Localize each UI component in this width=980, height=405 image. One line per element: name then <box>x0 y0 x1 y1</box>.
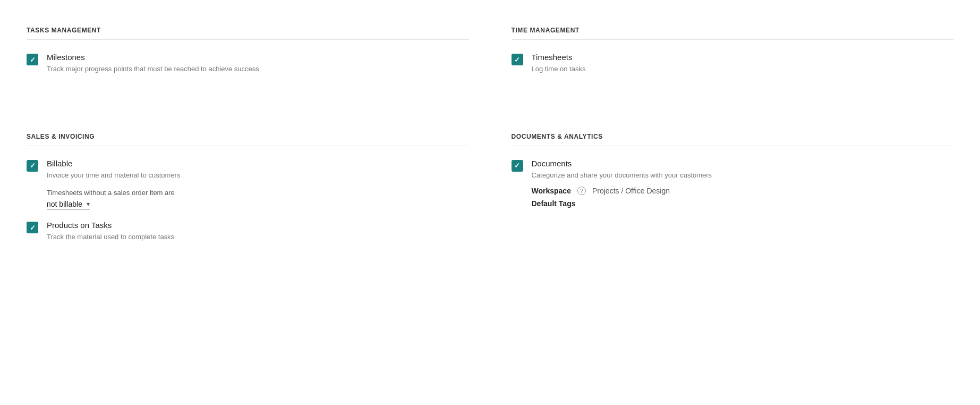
billable-item: Billable Invoice your time and material … <box>27 159 469 210</box>
billable-content: Billable Invoice your time and material … <box>47 159 469 210</box>
tasks-management-header: TASKS MANAGEMENT <box>27 27 469 40</box>
documents-description: Categorize and share your documents with… <box>532 170 954 181</box>
billable-title: Billable <box>47 159 469 168</box>
documents-analytics-header: DOCUMENTS & ANALYTICS <box>512 133 954 146</box>
workspace-value: Projects / Office Design <box>592 187 670 195</box>
milestones-item: Milestones Track major progress points t… <box>27 53 469 74</box>
billable-description: Invoice your time and material to custom… <box>47 170 469 181</box>
workspace-row: Workspace ? Projects / Office Design <box>532 187 954 195</box>
tasks-management-section: TASKS MANAGEMENT Milestones Track major … <box>21 16 490 101</box>
timesheets-title: Timesheets <box>532 53 954 62</box>
default-tags-row: Default Tags <box>532 199 954 208</box>
time-management-section: TIME MANAGEMENT Timesheets Log time on t… <box>490 16 959 101</box>
sales-invoicing-section: SALES & INVOICING Billable Invoice your … <box>21 122 490 269</box>
milestones-content: Milestones Track major progress points t… <box>47 53 469 74</box>
billable-option: Timesheets without a sales order item ar… <box>47 189 469 210</box>
products-on-tasks-description: Track the material used to complete task… <box>47 232 469 242</box>
time-management-header: TIME MANAGEMENT <box>512 27 954 40</box>
documents-item: Documents Categorize and share your docu… <box>512 159 954 208</box>
products-on-tasks-checkbox[interactable] <box>27 222 38 233</box>
timesheets-checkbox[interactable] <box>512 54 523 65</box>
billable-option-label: Timesheets without a sales order item ar… <box>47 189 469 197</box>
chevron-down-icon: ▾ <box>87 200 90 208</box>
billable-select[interactable]: not billable ▾ <box>47 199 90 210</box>
products-on-tasks-title: Products on Tasks <box>47 221 469 230</box>
documents-checkbox[interactable] <box>512 160 523 172</box>
timesheets-item: Timesheets Log time on tasks <box>512 53 954 74</box>
sales-invoicing-header: SALES & INVOICING <box>27 133 469 146</box>
timesheets-content: Timesheets Log time on tasks <box>532 53 954 74</box>
documents-content: Documents Categorize and share your docu… <box>532 159 954 208</box>
products-on-tasks-item: Products on Tasks Track the material use… <box>27 221 469 242</box>
workspace-help-icon[interactable]: ? <box>577 187 586 195</box>
workspace-label: Workspace <box>532 187 571 195</box>
milestones-title: Milestones <box>47 53 469 62</box>
billable-checkbox[interactable] <box>27 160 38 172</box>
documents-analytics-section: DOCUMENTS & ANALYTICS Documents Categori… <box>490 122 959 269</box>
billable-select-value: not billable <box>47 200 82 208</box>
products-on-tasks-content: Products on Tasks Track the material use… <box>47 221 469 242</box>
documents-title: Documents <box>532 159 954 168</box>
default-tags-label: Default Tags <box>532 199 576 208</box>
milestones-description: Track major progress points that must be… <box>47 64 469 74</box>
timesheets-description: Log time on tasks <box>532 64 954 74</box>
milestones-checkbox[interactable] <box>27 54 38 65</box>
